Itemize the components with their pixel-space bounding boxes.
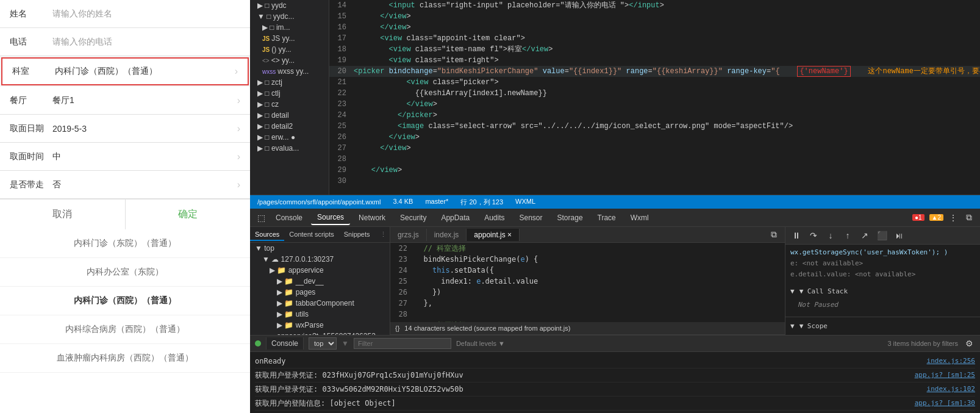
code-content[interactable]: 14 <input class="right-input" placeholde… <box>329 0 980 195</box>
confirm-button[interactable]: 确定 <box>126 199 251 229</box>
settings-icon[interactable]: ⚙ <box>963 337 975 350</box>
sources-tree-item-3[interactable]: ▶ 📁 __dev__ <box>250 276 390 287</box>
line-num: 28 <box>329 154 351 165</box>
sources-sub-tab-0[interactable]: Sources <box>250 229 284 241</box>
sources-tree-item-8[interactable]: appservice?t=1556807426253 <box>250 331 390 335</box>
devtools-tab-security[interactable]: Security <box>394 211 432 224</box>
file-tree-item-9[interactable]: ▶ □ cz <box>250 99 329 110</box>
file-tree-item-8[interactable]: ▶ □ ctlj <box>250 88 329 99</box>
file-tree-item-6[interactable]: wxsswxss yy... <box>250 66 329 77</box>
devtools-tab-sources[interactable]: Sources <box>311 210 350 225</box>
devtools-tab-appdata[interactable]: AppData <box>435 211 476 224</box>
git-branch: master* <box>425 198 448 207</box>
devtools-tab-network[interactable]: Network <box>352 211 392 224</box>
form-label: 姓名 <box>10 9 52 20</box>
form-row-3[interactable]: 餐厅 餐厅1 › <box>0 87 250 115</box>
step-over-button[interactable]: ↷ <box>807 229 820 242</box>
sources-code-content[interactable]: 22 // 科室选择23 bindKeshiPickerChange(e) {2… <box>390 243 785 322</box>
file-tree-item-2[interactable]: ▶ □ im... <box>250 22 329 33</box>
scope-title[interactable]: ▼ ▼ Scope <box>790 321 975 332</box>
devtools-tab-sensor[interactable]: Sensor <box>513 211 549 224</box>
file-tree-item-4[interactable]: JS() yy... <box>250 44 329 55</box>
error-badge: ●1 <box>912 214 925 221</box>
file-tree-item-1[interactable]: ▼ □ yydc... <box>250 11 329 22</box>
console-line-1: 获取用户登录凭证: 023fHXuj07GPrq1c5xuj01mYuj0fHX… <box>255 368 975 382</box>
deactivate-button[interactable]: ⬛ <box>876 229 888 242</box>
source-file-tab-2[interactable]: appoint.js × <box>467 229 520 241</box>
line-content: </view> <box>351 143 980 154</box>
action-bar: 取消 确定 <box>0 199 250 229</box>
cancel-button[interactable]: 取消 <box>0 199 126 229</box>
step-into-button[interactable]: ↓ <box>824 229 837 242</box>
file-tree-item-11[interactable]: ▶ □ detail2 <box>250 121 329 132</box>
sources-tree-item-2[interactable]: ▶ 📁 appservice <box>250 265 390 276</box>
dropdown-item-0[interactable]: 内科门诊（东院）（普通） <box>0 229 250 258</box>
line-content: </view> <box>351 165 980 176</box>
file-tree-item-3[interactable]: JSJS yy... <box>250 33 329 44</box>
dropdown-item-4[interactable]: 血液肿瘤内科病房（西院）（普通） <box>0 344 250 373</box>
devtools-tab-trace[interactable]: Trace <box>592 211 622 224</box>
default-levels[interactable]: Default levels ▼ <box>456 340 505 347</box>
dropdown-item-2[interactable]: 内科门诊（西院）（普通） <box>0 287 250 315</box>
console-context-select[interactable]: top <box>309 337 337 350</box>
form-label: 餐厅 <box>10 95 52 106</box>
devtools-tab-audits[interactable]: Audits <box>478 211 510 224</box>
file-tree-item-5[interactable]: <><> yy... <box>250 55 329 66</box>
source-file-tab-0[interactable]: grzs.js <box>390 229 427 241</box>
pause-button[interactable]: ⏸ <box>790 229 803 242</box>
file-type: WXML <box>515 198 535 207</box>
console-source-link[interactable]: index.js:256 <box>922 356 975 367</box>
file-tree-item-12[interactable]: ▶ □ erw... ● <box>250 132 329 143</box>
line-num: 24 <box>329 110 351 121</box>
console-source-link[interactable]: app.js? [sm]:25 <box>910 370 975 381</box>
sources-more-icon[interactable]: ⋮ <box>375 231 390 239</box>
inspect-icon[interactable]: ⬚ <box>255 212 267 224</box>
devtools-tab-storage[interactable]: Storage <box>551 211 589 224</box>
undock-icon[interactable]: ⧉ <box>963 212 975 224</box>
file-tree-item-13[interactable]: ▶ □ evalua... <box>250 143 329 154</box>
line-num: 23 <box>329 99 351 110</box>
form-row-6[interactable]: 是否带走 否 › <box>0 171 250 199</box>
form-row-2[interactable]: 科室 内科门诊（西院）（普通） › <box>1 57 249 85</box>
file-tree-item-0[interactable]: ▶ □ yydc <box>250 0 329 11</box>
dropdown-item-1[interactable]: 内科办公室（东院） <box>0 258 250 287</box>
chevron-right-icon: › <box>237 179 240 190</box>
sources-tree-item-7[interactable]: ▶ 📁 wxParse <box>250 320 390 331</box>
console-content: onReady index.js:256 获取用户登录凭证: 023fHXuj0… <box>250 352 980 413</box>
sources-tree-item-5[interactable]: ▶ 📁 tabbarComponent <box>250 298 390 309</box>
play-button[interactable]: ⏯ <box>893 229 905 242</box>
sources-tree-item-1[interactable]: ▼ ☁ 127.0.0.1:30237 <box>250 254 390 265</box>
more-options-icon[interactable]: ⋮ <box>947 212 959 224</box>
sources-tree[interactable]: ▼ top▼ ☁ 127.0.0.1:30237▶ 📁 appservice▶ … <box>250 243 390 335</box>
code-line-17: 17 <view class="appoint-item clear"> <box>329 33 980 44</box>
code-main: 14 <input class="right-input" placeholde… <box>329 0 980 195</box>
sources-line-content: bindKeshiPickerChange(e) { <box>412 254 785 265</box>
sources-tree-item-0[interactable]: ▼ top <box>250 243 390 254</box>
source-file-tab-1[interactable]: index.js <box>427 229 467 241</box>
line-content: </view> <box>351 99 980 110</box>
call-stack-title[interactable]: ▼ ▼ Call Stack <box>790 286 975 297</box>
source-map-icon[interactable]: {} <box>395 325 399 332</box>
sources-tree-item-4[interactable]: ▶ 📁 pages <box>250 287 390 298</box>
sources-sub-tab-2[interactable]: Snippets <box>339 229 375 241</box>
console-filter-input[interactable] <box>354 338 451 349</box>
line-num: 29 <box>329 165 351 176</box>
devtools-tab-wxml[interactable]: Wxml <box>624 211 655 224</box>
code-line-29: 29 </view> <box>329 165 980 176</box>
console-source-link[interactable]: index.js:102 <box>922 384 975 395</box>
sources-tree-item-6[interactable]: ▶ 📁 utils <box>250 309 390 320</box>
sources-sub-tab-1[interactable]: Content scripts <box>284 229 338 241</box>
line-num: 19 <box>329 55 351 66</box>
step-out-button[interactable]: ↑ <box>842 229 854 242</box>
form-row-5[interactable]: 取面时间 中 › <box>0 143 250 171</box>
format-icon[interactable]: ⧉ <box>768 229 780 241</box>
form-row-4[interactable]: 取面日期 2019-5-3 › <box>0 115 250 143</box>
warning-badge: ▲2 <box>929 214 943 221</box>
file-tree-item-7[interactable]: ▶ □ zctj <box>250 77 329 88</box>
console-source-link[interactable]: app.js? [sm]:30 <box>910 398 975 409</box>
dropdown-item-3[interactable]: 内科综合病房（西院）（普通） <box>0 315 250 344</box>
file-tree-item-10[interactable]: ▶ □ detail <box>250 110 329 121</box>
step-button[interactable]: ↗ <box>859 229 871 242</box>
devtools-tab-console[interactable]: Console <box>270 211 309 224</box>
filter-label: ▼ <box>342 339 349 348</box>
